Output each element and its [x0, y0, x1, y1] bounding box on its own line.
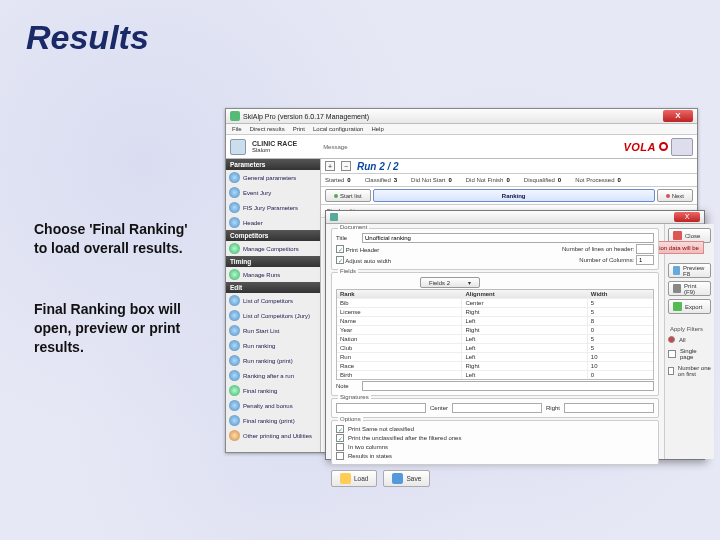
filters-label: Apply Filters	[668, 326, 711, 332]
run-title: Run 2 / 2	[357, 161, 399, 172]
sidebar-item-final-ranking[interactable]: Final ranking	[226, 383, 320, 398]
sidebar-item-ranking-after[interactable]: Ranking after a run	[226, 368, 320, 383]
sidebar-item-penalty[interactable]: Penalty and bonus	[226, 398, 320, 413]
collapse-icon[interactable]: −	[341, 161, 351, 171]
event-title: CLINIC RACE	[252, 140, 297, 147]
cols-input[interactable]	[636, 255, 654, 265]
vola-circle-icon	[659, 142, 668, 151]
dialog-titlebar[interactable]: X	[326, 211, 704, 224]
window-title: SkiAlp Pro (version 6.0.17 Management)	[243, 113, 663, 120]
opt1-checkbox[interactable]: ✓	[336, 425, 344, 433]
print-header-checkbox[interactable]: ✓	[336, 245, 344, 253]
sig-right-input[interactable]	[564, 403, 654, 413]
sidebar-item-runrank[interactable]: Run ranking	[226, 338, 320, 353]
options-group: Options ✓Print Same not classified ✓Prin…	[331, 420, 659, 465]
event-sub: Slalom	[252, 147, 297, 153]
slide-title: Results	[26, 18, 149, 57]
sidebar: Parameters General parameters Event Jury…	[226, 159, 321, 452]
startlist-button[interactable]: Start list	[325, 189, 371, 202]
single-page-checkbox[interactable]	[668, 350, 676, 358]
export-button[interactable]: Export	[668, 299, 711, 314]
dot-icon	[666, 194, 670, 198]
folder-icon	[340, 473, 351, 484]
titlebar[interactable]: SkiAlp Pro (version 6.0.17 Management) X	[226, 109, 697, 124]
flag-icon	[334, 194, 338, 198]
next-button[interactable]: Next	[657, 189, 693, 202]
sidebar-item-general[interactable]: General parameters	[226, 170, 320, 185]
sig-center-input[interactable]	[452, 403, 542, 413]
opt4-checkbox[interactable]	[336, 452, 344, 460]
menu-file[interactable]: File	[232, 126, 242, 132]
sidebar-item-manage-comp[interactable]: Manage Competitors	[226, 241, 320, 256]
counts-row: Started0 Classified3 Did Not Start0 Did …	[321, 174, 697, 187]
document-group: Document Title ✓ Print Header Number of …	[331, 228, 659, 270]
signatures-group: Signatures Center Right	[331, 398, 659, 418]
fields-group: Fields Fields 2▾ RankAlignmentWidthBibCe…	[331, 272, 659, 396]
printer-icon	[673, 284, 681, 293]
menu-config[interactable]: Local configuration	[313, 126, 363, 132]
vola-logo: VOLA	[623, 141, 656, 153]
lines-input[interactable]	[636, 244, 654, 254]
sidebar-item-list-comp-jury[interactable]: List of Competitors (Jury)	[226, 308, 320, 323]
print-button[interactable]: Print (F9)	[668, 281, 711, 296]
app-icon	[230, 111, 240, 121]
fields-dropdown[interactable]: Fields 2▾	[420, 277, 480, 288]
number-one-checkbox[interactable]	[668, 367, 674, 375]
sidebar-item-other[interactable]: Other printing and Utilities	[226, 428, 320, 443]
sidebar-item-runrank-print[interactable]: Run ranking (print)	[226, 353, 320, 368]
opt2-checkbox[interactable]: ✓	[336, 434, 344, 442]
menu-results[interactable]: Direct results	[250, 126, 285, 132]
menu-print[interactable]: Print	[293, 126, 305, 132]
event-icon	[230, 139, 246, 155]
close-icon	[673, 231, 682, 240]
msg-label: Message	[323, 144, 347, 150]
expand-icon[interactable]: +	[325, 161, 335, 171]
dialog-sidebar: Close Preview F8 Print (F9) Export Apply…	[664, 224, 714, 459]
export-icon	[673, 302, 682, 311]
instruction-2: Final Ranking box will open, preview or …	[34, 300, 204, 357]
menu-help[interactable]: Help	[371, 126, 383, 132]
preview-button[interactable]: Preview F8	[668, 263, 711, 278]
eye-icon	[673, 266, 680, 275]
disk-icon	[392, 473, 403, 484]
sidebar-item-header[interactable]: Header	[226, 215, 320, 230]
note-input[interactable]	[362, 381, 654, 391]
opt3-checkbox[interactable]	[336, 443, 344, 451]
sidebar-item-fis[interactable]: FIS Jury Parameters	[226, 200, 320, 215]
panel-parameters: Parameters	[226, 159, 320, 170]
sig-left-input[interactable]	[336, 403, 426, 413]
header-band: CLINIC RACE Slalom Message VOLA	[226, 135, 697, 159]
radio-all[interactable]	[668, 336, 675, 343]
sidebar-item-manage-runs[interactable]: Manage Runs	[226, 267, 320, 282]
save-button[interactable]: Save	[383, 470, 430, 487]
chevron-down-icon: ▾	[468, 279, 471, 286]
skier-icon	[671, 138, 693, 156]
final-ranking-dialog: X A competition data will be Document Ti…	[325, 210, 705, 460]
panel-competitors: Competitors	[226, 230, 320, 241]
sidebar-item-list-comp[interactable]: List of Competitors	[226, 293, 320, 308]
dialog-close-icon[interactable]: X	[674, 212, 700, 222]
load-button[interactable]: Load	[331, 470, 377, 487]
sidebar-item-runstart[interactable]: Run Start List	[226, 323, 320, 338]
sidebar-item-final-print[interactable]: Final ranking (print)	[226, 413, 320, 428]
ranking-button[interactable]: Ranking	[373, 189, 655, 202]
title-input[interactable]	[362, 233, 654, 243]
dialog-icon	[330, 213, 338, 221]
panel-edit: Edit	[226, 282, 320, 293]
adjust-width-checkbox[interactable]: ✓	[336, 256, 344, 264]
panel-timing: Timing	[226, 256, 320, 267]
menubar[interactable]: File Direct results Print Local configur…	[226, 124, 697, 135]
sidebar-item-jury[interactable]: Event Jury	[226, 185, 320, 200]
close-icon[interactable]: X	[663, 110, 693, 122]
instruction-1: Choose 'Final Ranking' to load overall r…	[34, 220, 204, 258]
fields-table[interactable]: RankAlignmentWidthBibCenter5LicenseRight…	[336, 289, 654, 380]
